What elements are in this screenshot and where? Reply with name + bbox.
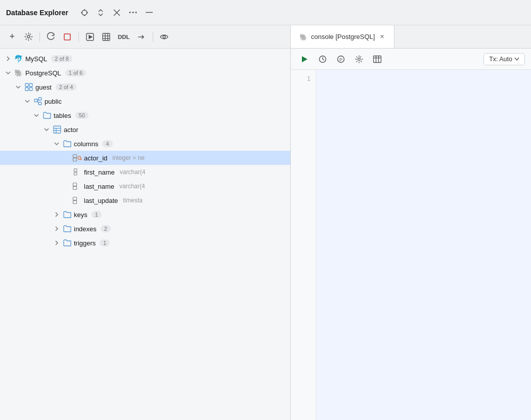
postgresql-tab-icon: 🐘	[299, 32, 308, 41]
tree-node-tables[interactable]: tables 50	[0, 108, 290, 122]
chevron-down-icon-4	[32, 111, 40, 119]
folder-icon-2	[63, 139, 72, 148]
console-tab[interactable]: 🐘 console [PostgreSQL] ✕	[291, 25, 394, 48]
run-script-button[interactable]	[83, 30, 97, 44]
database-explorer-panel: +	[0, 25, 291, 420]
folder-icon-5	[63, 238, 72, 247]
indexes-badge: 2	[101, 225, 111, 232]
folder-icon	[42, 111, 52, 120]
history-button[interactable]	[315, 52, 330, 67]
tree-node-indexes[interactable]: indexes 2	[0, 222, 290, 236]
tree-node-actor[interactable]: actor	[0, 122, 290, 137]
postgresql-label: PostgreSQL	[25, 69, 61, 77]
keys-badge: 1	[92, 211, 102, 218]
stop-button[interactable]	[60, 30, 74, 44]
toolbar-separator	[39, 32, 40, 42]
svg-point-11	[27, 35, 30, 38]
svg-rect-12	[64, 34, 70, 40]
editor-content-area[interactable]	[316, 70, 531, 420]
svg-marker-14	[89, 35, 92, 38]
minimize-icon[interactable]	[143, 7, 155, 19]
svg-rect-28	[34, 99, 37, 102]
keys-label: keys	[74, 211, 87, 219]
svg-point-21	[163, 35, 165, 38]
tree-node-triggers[interactable]: triggers 1	[0, 236, 290, 250]
public-label: public	[45, 98, 62, 105]
svg-point-39	[78, 156, 81, 159]
svg-point-52	[358, 58, 361, 60]
title-bar: Database Explorer	[0, 0, 531, 25]
svg-text:🐬: 🐬	[14, 55, 23, 63]
svg-rect-24	[25, 83, 28, 87]
toolbar-separator-2	[78, 32, 79, 42]
svg-line-32	[37, 101, 38, 104]
transaction-dropdown[interactable]: Tx: Auto	[483, 53, 525, 65]
svg-rect-46	[73, 201, 77, 204]
title-icons	[78, 7, 155, 19]
svg-point-8	[132, 12, 134, 13]
pin-button[interactable]: P	[333, 52, 348, 67]
guest-label: guest	[35, 83, 52, 91]
svg-rect-25	[29, 83, 32, 87]
svg-rect-44	[73, 187, 77, 190]
svg-rect-26	[25, 88, 28, 91]
tree-node-last-name[interactable]: last_name varchar(4	[0, 179, 290, 193]
chevron-right-icon-2	[53, 211, 61, 219]
tree-node-public[interactable]: public	[0, 94, 290, 108]
tree-node-postgresql[interactable]: 🐘 PostgreSQL 1 of 6	[0, 66, 290, 80]
table-icon	[53, 125, 62, 134]
svg-text:🐘: 🐘	[14, 69, 23, 77]
svg-point-0	[82, 10, 87, 15]
svg-rect-27	[29, 88, 32, 91]
svg-text:🐘: 🐘	[299, 33, 308, 41]
expand-collapse-icon[interactable]	[95, 7, 107, 19]
console-tab-close-button[interactable]: ✕	[378, 33, 386, 41]
console-tab-label: console [PostgreSQL]	[311, 33, 375, 40]
mysql-label: MySQL	[25, 55, 47, 63]
chevron-down-icon-6	[53, 140, 61, 148]
tree-node-columns[interactable]: columns 4	[0, 137, 290, 151]
grid-button[interactable]	[99, 30, 113, 44]
more-options-icon[interactable]	[127, 7, 139, 19]
panel-title: Database Explorer	[6, 9, 68, 17]
main-content: +	[0, 25, 531, 420]
pk-column-icon-2	[73, 182, 82, 191]
tree-node-mysql[interactable]: 🐬 MySQL 2 of 8	[0, 52, 290, 66]
svg-point-9	[135, 12, 137, 13]
sql-editor[interactable]: 1	[291, 70, 531, 420]
database-icon	[24, 82, 33, 92]
svg-rect-29	[38, 98, 41, 100]
console-tab-bar: 🐘 console [PostgreSQL] ✕	[291, 25, 531, 49]
svg-rect-30	[38, 102, 41, 105]
settings-icon[interactable]	[21, 30, 35, 44]
postgresql-badge: 1 of 6	[65, 69, 86, 76]
line-number-1: 1	[307, 74, 311, 85]
svg-rect-37	[73, 155, 77, 158]
svg-rect-42	[74, 173, 77, 176]
view-options-button[interactable]	[157, 30, 171, 44]
tree-node-keys[interactable]: keys 1	[0, 207, 290, 222]
run-query-button[interactable]	[297, 52, 312, 67]
console-panel: 🐘 console [PostgreSQL] ✕	[291, 25, 531, 420]
tree-node-last-update[interactable]: last_update timesta	[0, 193, 290, 207]
tree-node-first-name[interactable]: first_name varchar(4	[0, 165, 290, 179]
triggers-label: triggers	[74, 239, 96, 247]
ddl-button[interactable]: DDL	[115, 30, 132, 44]
refresh-button[interactable]	[44, 30, 58, 44]
console-settings-button[interactable]	[351, 52, 367, 67]
indexes-label: indexes	[74, 225, 97, 233]
chevron-right-icon	[4, 55, 12, 63]
add-button[interactable]: +	[5, 30, 19, 44]
tables-badge: 50	[75, 112, 88, 119]
results-view-button[interactable]	[370, 52, 385, 67]
mysql-icon: 🐬	[14, 54, 23, 63]
crosshair-icon[interactable]	[78, 7, 91, 19]
chevron-right-icon-3	[53, 225, 61, 233]
svg-rect-43	[73, 183, 77, 186]
last-name-type: varchar(4	[119, 183, 145, 190]
svg-line-31	[37, 99, 38, 101]
jump-to-button[interactable]	[135, 30, 149, 44]
close-icon[interactable]	[111, 7, 123, 19]
tree-node-actor-id[interactable]: actor_id integer = ne	[0, 151, 290, 165]
tree-node-guest[interactable]: guest 2 of 4	[0, 80, 290, 94]
